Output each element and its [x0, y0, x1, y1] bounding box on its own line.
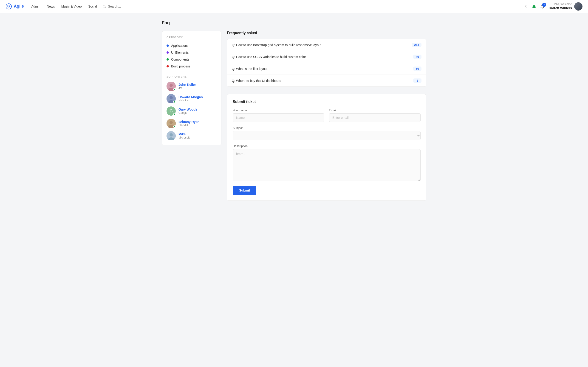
- svg-point-10: [170, 121, 173, 124]
- category-applications-label: Applications: [171, 44, 189, 48]
- faq-question-3: Q: Where to buy this UI dashboard: [232, 79, 281, 83]
- notification-button[interactable]: 7: [540, 4, 544, 9]
- supporter-mike[interactable]: Mike Microsoft: [166, 131, 216, 140]
- nav-links: Admin News Music & Video Social: [31, 5, 97, 8]
- main-content: Frequently asked Q: How to use Bootstrap…: [227, 31, 426, 201]
- svg-point-7: [170, 96, 173, 99]
- back-button[interactable]: [524, 4, 528, 8]
- category-build-process-label: Build process: [171, 65, 190, 68]
- category-ui-elements[interactable]: UI Elements: [166, 49, 216, 56]
- brand-icon: [6, 3, 12, 10]
- faq-section-title: Frequently asked: [227, 31, 426, 35]
- supporters-list: John Keller Jet Howard Morgan: [166, 82, 216, 140]
- supporter-gary-woods[interactable]: G Gary Woods Google: [166, 106, 216, 116]
- description-label: Description: [233, 144, 421, 148]
- supporter-avatar-mike: [166, 131, 176, 140]
- nav-news[interactable]: News: [47, 5, 55, 8]
- supporter-name-mike: Mike: [179, 132, 190, 136]
- dot-red: [166, 65, 169, 67]
- supporter-avatar-gary: G: [166, 106, 176, 116]
- supporter-company-howard: HHH inc: [179, 99, 203, 102]
- supporter-avatar-brittany: [166, 119, 176, 128]
- page-content: Faq Category Applications UI Elements Co…: [156, 13, 432, 208]
- svg-line-2: [105, 7, 106, 8]
- brand-name: Agile: [14, 4, 24, 9]
- online-indicator: [173, 125, 175, 128]
- notification-badge: 7: [542, 3, 546, 7]
- email-input[interactable]: [329, 113, 421, 122]
- navbar: Agile Admin News Music & Video Social: [0, 0, 588, 13]
- main-layout: Category Applications UI Elements Compon…: [162, 31, 426, 201]
- description-textarea[interactable]: [233, 149, 421, 181]
- supporter-name-howard: Howard Morgan: [179, 95, 203, 99]
- name-input[interactable]: [233, 113, 324, 122]
- dot-purple: [166, 51, 169, 54]
- subject-select[interactable]: [233, 131, 421, 140]
- user-profile[interactable]: Hello, Welcome Garrett Winters: [548, 2, 582, 10]
- category-list: Applications UI Elements Components Buil…: [166, 42, 216, 70]
- category-section-title: Category: [166, 36, 216, 39]
- supporter-company-brittany: BlackUI: [179, 124, 199, 127]
- supporter-info-brittany: Brittany Ryan BlackUI: [179, 120, 199, 127]
- form-group-name: Your name: [233, 108, 324, 122]
- faq-item-0[interactable]: Q: How to use Bootstrap grid system to b…: [227, 39, 426, 51]
- faq-count-1: 40: [413, 55, 422, 59]
- online-indicator: [173, 101, 175, 103]
- search-icon: [103, 5, 106, 8]
- back-icon: [524, 4, 528, 8]
- category-components-label: Components: [171, 58, 189, 61]
- supporter-info-howard: Howard Morgan HHH inc: [179, 95, 203, 102]
- faq-count-2: 60: [413, 67, 422, 71]
- user-hello: Hello, Welcome: [548, 2, 572, 6]
- nav-admin[interactable]: Admin: [31, 5, 40, 8]
- category-components[interactable]: Components: [166, 56, 216, 63]
- online-indicator: [173, 88, 175, 91]
- nav-right: 7 Hello, Welcome Garrett Winters: [524, 2, 582, 10]
- avatar: [574, 2, 582, 10]
- avatar-face-5: [166, 131, 176, 140]
- search-input[interactable]: [108, 5, 145, 8]
- supporter-brittany-ryan[interactable]: Brittany Ryan BlackUI: [166, 119, 216, 128]
- faq-list: Q: How to use Bootstrap grid system to b…: [227, 39, 426, 87]
- supporter-company-gary: Google: [179, 111, 197, 115]
- faq-item-1[interactable]: Q: How to use SCSS variables to build cu…: [227, 51, 426, 63]
- search-bar: [103, 5, 145, 8]
- supporter-company-mike: Microsoft: [179, 136, 190, 139]
- supporters-section-title: Supporters: [166, 75, 216, 78]
- form-group-subject: Subject: [233, 126, 421, 140]
- online-indicator: [173, 113, 175, 115]
- faq-item-3[interactable]: Q: Where to buy this UI dashboard 8: [227, 75, 426, 86]
- supporter-company-john: Jet: [179, 86, 196, 90]
- droplet-icon: [532, 4, 536, 9]
- category-applications[interactable]: Applications: [166, 42, 216, 49]
- supporter-name-brittany: Brittany Ryan: [179, 120, 199, 124]
- nav-social[interactable]: Social: [88, 5, 97, 8]
- dot-green: [166, 58, 169, 60]
- faq-section: Frequently asked Q: How to use Bootstrap…: [227, 31, 426, 87]
- supporter-avatar-john: [166, 82, 176, 91]
- brand-logo[interactable]: Agile: [6, 3, 24, 10]
- svg-point-0: [6, 4, 11, 9]
- droplet-button[interactable]: [532, 4, 536, 9]
- faq-count-3: 8: [413, 78, 422, 83]
- email-label: Email: [329, 108, 421, 112]
- faq-count-0: 254: [412, 43, 422, 47]
- supporter-info-john: John Keller Jet: [179, 83, 196, 90]
- form-group-description: Description: [233, 144, 421, 181]
- faq-item-2[interactable]: Q: What is the flex layout 60: [227, 63, 426, 75]
- avatar-image: [574, 2, 582, 10]
- submit-button[interactable]: Submit: [233, 186, 256, 195]
- nav-music-video[interactable]: Music & Video: [61, 5, 82, 8]
- ticket-title: Submit ticket: [233, 100, 421, 104]
- form-row-name-email: Your name Email: [233, 108, 421, 122]
- user-name: Garrett Winters: [548, 6, 572, 10]
- faq-question-0: Q: How to use Bootstrap grid system to b…: [232, 43, 321, 47]
- category-build-process[interactable]: Build process: [166, 63, 216, 70]
- user-text: Hello, Welcome Garrett Winters: [548, 2, 572, 10]
- svg-point-4: [170, 84, 173, 87]
- supporter-howard-morgan[interactable]: Howard Morgan HHH inc: [166, 94, 216, 103]
- subject-label: Subject: [233, 126, 421, 130]
- supporter-john-keller[interactable]: John Keller Jet: [166, 82, 216, 91]
- sidebar: Category Applications UI Elements Compon…: [162, 31, 221, 145]
- name-label: Your name: [233, 108, 324, 112]
